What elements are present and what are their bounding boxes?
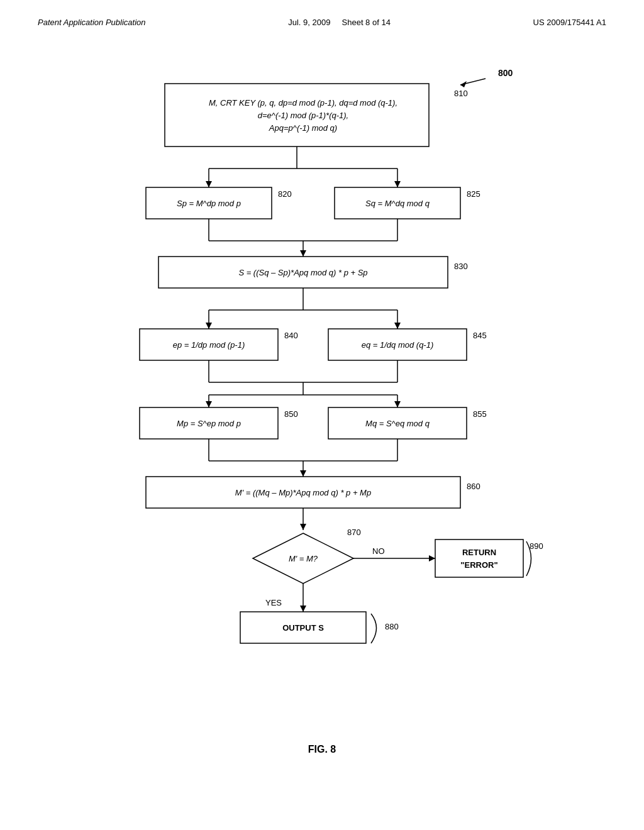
yes-label: YES: [265, 598, 282, 607]
svg-marker-36: [300, 606, 306, 612]
svg-marker-7: [394, 181, 401, 187]
box-845-text: eq = 1/dq mod (q-1): [362, 340, 434, 350]
svg-marker-25: [206, 401, 212, 407]
header-right: US 2009/175441 A1: [533, 18, 606, 27]
box-810-text1: M, CRT KEY (p, q, dp=d mod (p-1), dq=d m…: [209, 98, 397, 108]
header-date: Jul. 9, 2009: [288, 18, 330, 27]
box-880-text: OUTPUT S: [282, 623, 324, 633]
svg-marker-38: [429, 555, 435, 562]
label-825: 825: [467, 189, 480, 199]
box-850-text: Mp = S^ep mod p: [177, 419, 241, 428]
box-860-text: M' = ((Mq – Mp)*Apq mod q) * p + Mp: [235, 488, 371, 497]
header-left: Patent Application Publication: [38, 18, 146, 27]
svg-marker-27: [394, 401, 401, 407]
label-810: 810: [454, 89, 468, 98]
box-855-text: Mq = S^eq mod q: [365, 419, 430, 428]
header-sheet: Sheet 8 of 14: [342, 18, 391, 27]
svg-marker-32: [300, 470, 306, 477]
figure-label: FIG. 8: [308, 744, 336, 755]
box-810-text2: d=e^(-1) mod (p-1)*(q-1),: [258, 111, 348, 120]
box-890-text2: "ERROR": [460, 560, 497, 570]
svg-marker-16: [206, 323, 212, 329]
label-880: 880: [385, 622, 399, 631]
label-870: 870: [347, 528, 361, 537]
svg-marker-5: [206, 181, 212, 187]
no-label: NO: [372, 546, 385, 556]
label-860: 860: [467, 482, 480, 491]
svg-marker-18: [394, 323, 401, 329]
label-800: 800: [498, 68, 513, 78]
label-845: 845: [473, 331, 487, 340]
label-850: 850: [284, 409, 298, 419]
label-830: 830: [454, 262, 468, 271]
box-890: [435, 540, 523, 577]
diagram-area: 800 M, CRT KEY (p, q, dp=d mod (p-1), dq…: [0, 33, 644, 768]
label-855: 855: [473, 409, 487, 419]
label-890: 890: [530, 541, 543, 551]
box-830-text: S = ((Sq – Sp)*Apq mod q) * p + Sp: [238, 268, 367, 277]
flowchart-svg: 800 M, CRT KEY (p, q, dp=d mod (p-1), dq…: [64, 46, 580, 738]
label-820: 820: [278, 189, 292, 199]
diamond-870-text: M' = M?: [289, 554, 318, 563]
box-825-text: Sq = M^dq mod q: [365, 199, 430, 208]
header-center: Jul. 9, 2009 Sheet 8 of 14: [288, 18, 391, 27]
box-810-text3: Apq=p^(-1) mod q): [269, 123, 337, 133]
box-840-text: ep = 1/dp mod (p-1): [173, 340, 245, 350]
label-840: 840: [284, 331, 298, 340]
svg-marker-12: [300, 250, 306, 257]
box-890-text1: RETURN: [462, 548, 496, 557]
page-header: Patent Application Publication Jul. 9, 2…: [0, 0, 644, 33]
page: Patent Application Publication Jul. 9, 2…: [0, 0, 644, 830]
box-820-text: Sp = M^dp mod p: [177, 199, 241, 208]
svg-marker-34: [300, 524, 306, 530]
